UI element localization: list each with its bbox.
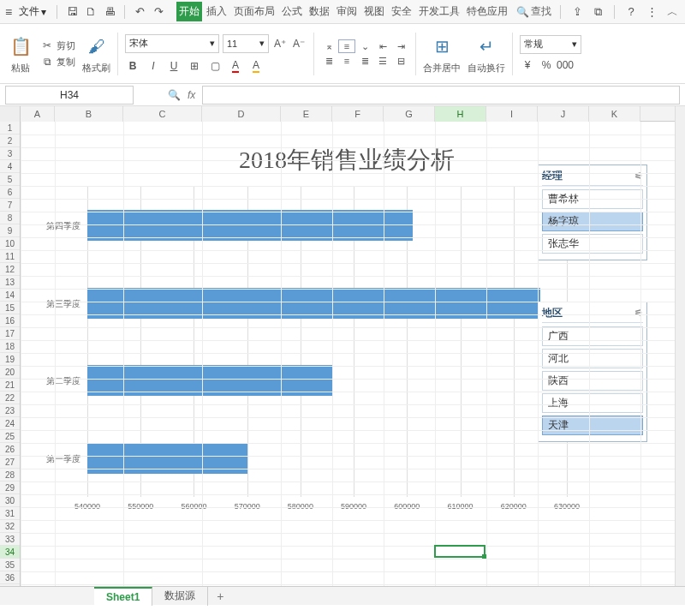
ribbon-tab-2[interactable]: 页面布局 [231,2,277,21]
filter-icon[interactable]: ⚟ [634,170,643,182]
number-format-select[interactable]: 常规▾ [520,35,581,54]
col-header-K[interactable]: K [589,106,640,122]
row-header-36[interactable]: 36 [0,571,20,584]
col-header-B[interactable]: B [55,106,123,122]
row-header-27[interactable]: 27 [0,456,20,469]
distribute-icon[interactable]: ⊟ [393,55,408,67]
row-header-35[interactable]: 35 [0,559,20,571]
row-header-24[interactable]: 24 [0,417,20,430]
add-sheet-button[interactable]: + [208,587,232,606]
slicer-region[interactable]: 地区 ⚟ 广西河北陕西上海天津 [538,302,647,442]
bold-button[interactable]: B [125,58,140,74]
percent-icon[interactable]: % [539,57,554,73]
align-right-icon[interactable]: ≣ [357,55,372,67]
copy-button[interactable]: ⧉复制 [41,56,75,69]
indent-left-icon[interactable]: ⇤ [375,40,390,52]
row-header-23[interactable]: 23 [0,404,20,417]
fx-icon[interactable]: fx [188,89,195,101]
row-header-15[interactable]: 15 [0,302,20,314]
font-color-button[interactable]: A [228,58,243,74]
row-header-30[interactable]: 30 [0,494,20,507]
formula-input[interactable] [202,86,680,105]
highlight-button[interactable]: Α [248,58,264,74]
file-menu[interactable]: 文件 ▾ [15,3,50,21]
row-header-34[interactable]: 34 [0,546,20,559]
align-bottom-icon[interactable]: ⌄ [357,40,372,52]
row-header-4[interactable]: 4 [0,160,20,173]
row-header-12[interactable]: 12 [0,263,20,276]
col-header-I[interactable]: I [486,106,538,122]
ribbon-tab-9[interactable]: 特色应用 [464,2,510,21]
row-header-29[interactable]: 29 [0,481,20,494]
select-all-corner[interactable] [0,106,21,122]
row-header-28[interactable]: 28 [0,469,20,481]
row-header-31[interactable]: 31 [0,507,20,520]
col-header-C[interactable]: C [123,106,202,122]
row-header-7[interactable]: 7 [0,199,20,212]
search-button[interactable]: 🔍 查找 [516,4,551,19]
row-header-19[interactable]: 19 [0,353,20,366]
chart-object[interactable]: 2018年销售业绩分析 5400005500005600005700005800… [46,139,647,559]
col-header-H[interactable]: H [435,106,486,122]
row-header-13[interactable]: 13 [0,276,20,289]
border-button[interactable]: ⊞ [187,58,202,74]
italic-button[interactable]: I [146,58,161,74]
align-middle-icon[interactable]: ≡ [339,40,354,52]
row-header-25[interactable]: 25 [0,430,20,443]
active-cell[interactable] [434,545,485,558]
fill-color-button[interactable]: ▢ [207,58,223,74]
row-header-10[interactable]: 10 [0,237,20,250]
cells-area[interactable]: 2018年销售业绩分析 5400005500005600005700005800… [21,122,675,586]
save-icon[interactable]: 🖫 [64,4,80,20]
row-header-5[interactable]: 5 [0,173,20,186]
currency-icon[interactable]: ¥ [520,57,535,73]
col-header-F[interactable]: F [332,106,384,122]
more-icon[interactable]: ⋮ [644,4,659,20]
print-icon[interactable]: 🖶 [102,4,117,20]
sheet-tab[interactable]: Sheet1 [94,587,152,606]
row-header-2[interactable]: 2 [0,135,20,147]
row-header-16[interactable]: 16 [0,314,20,327]
filter-icon[interactable]: ⚟ [634,308,643,319]
help-icon[interactable]: ? [623,4,639,20]
row-header-8[interactable]: 8 [0,212,20,224]
collapse-ribbon-icon[interactable]: ︿ [664,4,680,20]
row-header-26[interactable]: 26 [0,443,20,456]
vertical-scrollbar[interactable] [675,106,685,586]
paste-icon[interactable]: 📋 [7,33,34,60]
share-icon[interactable]: ⇪ [569,4,585,20]
increase-font-icon[interactable]: A⁺ [272,36,288,51]
col-header-J[interactable]: J [538,106,589,122]
col-header-G[interactable]: G [384,106,435,122]
merge-icon[interactable]: ⊞ [428,33,456,60]
col-header-D[interactable]: D [202,106,281,122]
col-header-A[interactable]: A [21,106,55,122]
export-icon[interactable]: ⧉ [590,4,605,20]
name-box[interactable]: H34 [5,86,134,105]
justify-icon[interactable]: ☰ [375,55,390,67]
row-header-18[interactable]: 18 [0,340,20,353]
undo-icon[interactable]: ↶ [132,4,147,20]
slicer-item[interactable]: 杨字琼 [542,212,643,231]
align-center-icon[interactable]: ≡ [339,55,354,67]
ribbon-tab-6[interactable]: 视图 [361,2,387,21]
slicer-manager[interactable]: 经理 ⚟ 曹希林杨字琼张志华 [538,164,647,260]
row-header-9[interactable]: 9 [0,224,20,237]
ribbon-tab-1[interactable]: 插入 [204,2,229,21]
row-header-3[interactable]: 3 [0,147,20,160]
slicer-item[interactable]: 天津 [542,416,643,435]
align-left-icon[interactable]: ≣ [321,55,337,67]
hamburger-icon[interactable]: ≡ [5,5,12,19]
save-as-icon[interactable]: 🗋 [83,4,98,20]
font-name-select[interactable]: 宋体▾ [125,34,219,53]
font-size-select[interactable]: 11▾ [223,34,269,53]
slicer-item[interactable]: 陕西 [542,371,643,391]
ribbon-tab-5[interactable]: 审阅 [334,2,360,21]
wrap-icon[interactable]: ↵ [473,33,500,60]
slicer-item[interactable]: 上海 [542,393,643,413]
row-header-33[interactable]: 33 [0,533,20,546]
ribbon-tab-4[interactable]: 数据 [307,2,332,21]
ribbon-tab-3[interactable]: 公式 [279,2,305,21]
col-header-E[interactable]: E [281,106,332,122]
row-header-20[interactable]: 20 [0,366,20,379]
